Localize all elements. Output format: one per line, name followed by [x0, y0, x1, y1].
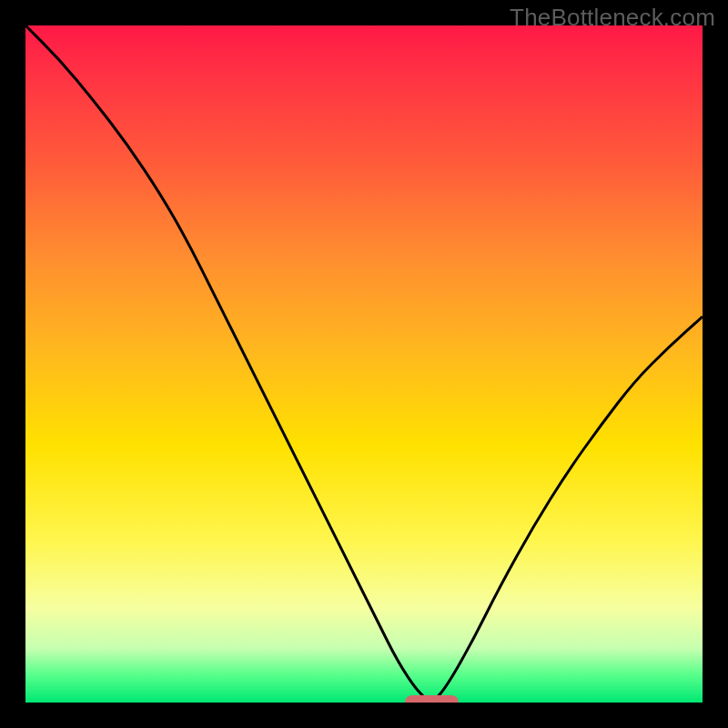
plot-area [25, 25, 703, 703]
curve-path [25, 25, 703, 700]
optimal-marker [405, 695, 460, 703]
bottleneck-curve [25, 25, 703, 703]
watermark-text: TheBottleneck.com [510, 4, 715, 32]
chart-frame: TheBottleneck.com [0, 0, 728, 728]
